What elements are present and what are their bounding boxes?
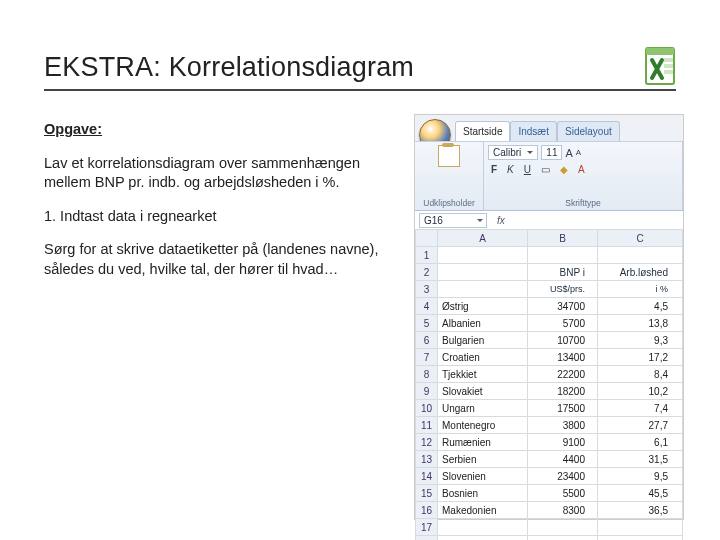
cell[interactable]: Albanien <box>438 315 528 332</box>
cell[interactable]: Østrig <box>438 298 528 315</box>
row-header[interactable]: 5 <box>416 315 438 332</box>
row-header[interactable]: 6 <box>416 332 438 349</box>
table-row[interactable]: 2BNP iArb.løshed <box>416 264 683 281</box>
cell[interactable]: Rumænien <box>438 434 528 451</box>
font-size-dropdown[interactable]: 11 <box>541 145 562 160</box>
table-row[interactable]: 18 <box>416 536 683 541</box>
cell[interactable]: 9,3 <box>598 332 683 349</box>
cell[interactable]: 6,1 <box>598 434 683 451</box>
fill-color-icon[interactable]: ◆ <box>557 163 571 176</box>
cell[interactable]: 22200 <box>528 366 598 383</box>
cell[interactable]: Slovenien <box>438 468 528 485</box>
cell[interactable] <box>438 536 528 541</box>
cell[interactable]: Ungarn <box>438 400 528 417</box>
table-row[interactable]: 14Slovenien234009,5 <box>416 468 683 485</box>
cell[interactable]: 18200 <box>528 383 598 400</box>
cell[interactable]: Arb.løshed <box>598 264 683 281</box>
name-box[interactable]: G16 <box>419 213 487 228</box>
cell[interactable]: 13400 <box>528 349 598 366</box>
table-row[interactable]: 7Croatien1340017,2 <box>416 349 683 366</box>
row-header[interactable]: 8 <box>416 366 438 383</box>
cell[interactable]: 5500 <box>528 485 598 502</box>
cell[interactable] <box>438 519 528 536</box>
cell[interactable] <box>598 536 683 541</box>
row-header[interactable]: 17 <box>416 519 438 536</box>
cell[interactable]: Makedonien <box>438 502 528 519</box>
underline-button[interactable]: U <box>521 163 534 176</box>
table-row[interactable]: 1 <box>416 247 683 264</box>
table-row[interactable]: 4Østrig347004,5 <box>416 298 683 315</box>
cell[interactable]: 23400 <box>528 468 598 485</box>
cell[interactable]: 4,5 <box>598 298 683 315</box>
cell[interactable] <box>598 519 683 536</box>
cell[interactable]: 9,5 <box>598 468 683 485</box>
cell[interactable]: 13,8 <box>598 315 683 332</box>
select-all-cell[interactable] <box>416 230 438 247</box>
row-header[interactable]: 15 <box>416 485 438 502</box>
tab-startside[interactable]: Startside <box>455 121 510 141</box>
cell[interactable]: Slovakiet <box>438 383 528 400</box>
cell[interactable]: Bulgarien <box>438 332 528 349</box>
cell[interactable] <box>528 519 598 536</box>
cell[interactable] <box>598 247 683 264</box>
cell[interactable]: US$/prs. <box>528 281 598 298</box>
table-row[interactable]: 13Serbien440031,5 <box>416 451 683 468</box>
cell[interactable]: 17,2 <box>598 349 683 366</box>
cell[interactable] <box>438 247 528 264</box>
table-row[interactable]: 9Slovakiet1820010,2 <box>416 383 683 400</box>
border-icon[interactable]: ▭ <box>538 163 553 176</box>
row-header[interactable]: 7 <box>416 349 438 366</box>
table-row[interactable]: 17 <box>416 519 683 536</box>
tab-indsaet[interactable]: Indsæt <box>510 121 557 141</box>
row-header[interactable]: 18 <box>416 536 438 541</box>
fx-icon[interactable]: fx <box>497 215 505 226</box>
grow-font-icon[interactable]: A <box>565 147 572 159</box>
font-color-icon[interactable]: A <box>575 163 588 176</box>
cell[interactable]: 7,4 <box>598 400 683 417</box>
table-row[interactable]: 8Tjekkiet222008,4 <box>416 366 683 383</box>
cell[interactable]: i % <box>598 281 683 298</box>
table-row[interactable]: 5Albanien570013,8 <box>416 315 683 332</box>
table-row[interactable]: 16Makedonien830036,5 <box>416 502 683 519</box>
cell[interactable]: 31,5 <box>598 451 683 468</box>
cell[interactable]: Montenegro <box>438 417 528 434</box>
bold-button[interactable]: F <box>488 163 500 176</box>
tab-sidelayout[interactable]: Sidelayout <box>557 121 620 141</box>
row-header[interactable]: 9 <box>416 383 438 400</box>
row-header[interactable]: 16 <box>416 502 438 519</box>
table-row[interactable]: 12Rumænien91006,1 <box>416 434 683 451</box>
cell[interactable]: 3800 <box>528 417 598 434</box>
table-row[interactable]: 15Bosnien550045,5 <box>416 485 683 502</box>
row-header[interactable]: 3 <box>416 281 438 298</box>
paste-icon[interactable] <box>438 145 460 167</box>
cell[interactable] <box>438 281 528 298</box>
italic-button[interactable]: K <box>504 163 517 176</box>
row-header[interactable]: 2 <box>416 264 438 281</box>
cell[interactable]: 10,2 <box>598 383 683 400</box>
cell[interactable] <box>528 536 598 541</box>
shrink-font-icon[interactable]: A <box>576 148 581 157</box>
row-header[interactable]: 13 <box>416 451 438 468</box>
cell[interactable]: Tjekkiet <box>438 366 528 383</box>
cell[interactable]: 34700 <box>528 298 598 315</box>
col-header-c[interactable]: C <box>598 230 683 247</box>
col-header-b[interactable]: B <box>528 230 598 247</box>
table-row[interactable]: 3US$/prs.i % <box>416 281 683 298</box>
font-name-dropdown[interactable]: Calibri <box>488 145 538 160</box>
cell[interactable] <box>528 247 598 264</box>
cell[interactable]: 36,5 <box>598 502 683 519</box>
cell[interactable] <box>438 264 528 281</box>
row-header[interactable]: 4 <box>416 298 438 315</box>
cell[interactable]: Croatien <box>438 349 528 366</box>
table-row[interactable]: 10Ungarn175007,4 <box>416 400 683 417</box>
cell[interactable]: Serbien <box>438 451 528 468</box>
row-header[interactable]: 12 <box>416 434 438 451</box>
worksheet[interactable]: A B C 12BNP iArb.løshed3US$/prs.i %4Østr… <box>415 229 683 519</box>
cell[interactable]: 4400 <box>528 451 598 468</box>
table-row[interactable]: 11Montenegro380027,7 <box>416 417 683 434</box>
row-header[interactable]: 11 <box>416 417 438 434</box>
cell[interactable]: 9100 <box>528 434 598 451</box>
cell[interactable]: BNP i <box>528 264 598 281</box>
row-header[interactable]: 1 <box>416 247 438 264</box>
cell[interactable]: 10700 <box>528 332 598 349</box>
